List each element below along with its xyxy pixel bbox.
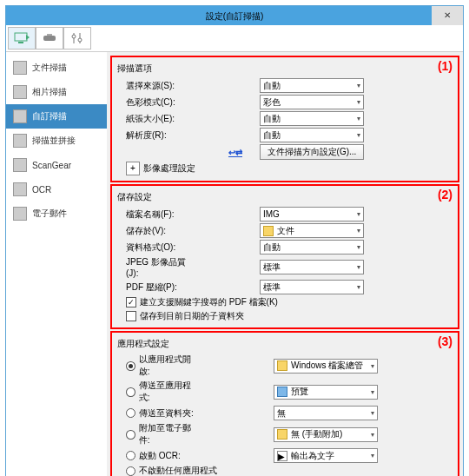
source-label: 選擇來源(S): [117, 80, 182, 92]
expand-image-processing-button[interactable]: + [126, 162, 140, 175]
sidebar-item-label: OCR [32, 185, 51, 195]
sidebar-item-scangear[interactable]: ScanGear [6, 153, 107, 177]
select-value: 無 (手動附加) [291, 428, 342, 440]
color-select[interactable]: 彩色▾ [260, 95, 364, 109]
doc-icon [13, 61, 27, 75]
orientation-settings-button[interactable]: 文件掃描方向設定(G)... [260, 144, 364, 160]
filename-combo[interactable]: IMG▾ [260, 207, 364, 221]
image-processing-label: 影像處理設定 [143, 162, 195, 175]
resolution-select[interactable]: 自動▾ [260, 128, 364, 142]
chevron-down-icon: ▾ [357, 227, 360, 235]
chevron-down-icon: ▾ [371, 388, 374, 396]
pdf-select[interactable]: 標準▾ [260, 280, 364, 294]
sidebar-item-label: 相片掃描 [32, 86, 67, 98]
format-select[interactable]: 自動▾ [260, 240, 364, 255]
main-panel: (1) 掃描選項 選擇來源(S): 自動▾ 色彩模式(C): 彩色▾ 紙張大小(… [107, 52, 463, 476]
select-value: 自動 [263, 241, 281, 254]
tab-scan-from-computer[interactable] [8, 27, 36, 50]
email-icon [13, 207, 27, 221]
attach-email-label: 附加至電子郵件: [139, 422, 201, 446]
region-3-label: (3) [438, 334, 452, 348]
region-app-settings: (3) 應用程式設定 以應用程式開啟: Windows 檔案總管▾ 傳送至應用程… [110, 331, 459, 476]
select-value: 標準 [263, 281, 281, 294]
svg-rect-0 [15, 33, 27, 41]
open-with-app-label: 以應用程式開啟: [139, 354, 201, 378]
scangear-icon [13, 158, 27, 172]
stitch-icon [13, 134, 27, 148]
select-value: 預覽 [291, 386, 308, 398]
custom-icon [13, 109, 27, 123]
start-ocr-select[interactable]: ▶輸出為文字▾ [274, 448, 378, 463]
attach-email-radio[interactable] [126, 430, 135, 440]
savein-select[interactable]: 文件▾ [260, 223, 364, 238]
select-value: 自動 [263, 113, 281, 125]
start-ocr-label: 啟動 OCR: [139, 450, 181, 462]
chevron-down-icon: ▾ [371, 431, 374, 439]
select-value: 彩色 [263, 96, 281, 109]
no-app-label: 不啟動任何應用程式 [139, 465, 217, 476]
paper-label: 紙張大小(E): [117, 113, 182, 125]
scan-options-title: 掃描選項 [117, 63, 452, 75]
paper-select[interactable]: 自動▾ [260, 111, 364, 126]
subfolder-date-checkbox[interactable] [126, 311, 136, 321]
res-label: 解析度(R): [117, 129, 182, 142]
send-to-folder-radio[interactable] [126, 408, 135, 418]
sidebar-item-label: 掃描並拼接 [32, 135, 76, 147]
select-value: 無 [277, 407, 286, 420]
jpeg-label: JPEG 影像品質(J): [117, 256, 195, 278]
sidebar-item-custom[interactable]: 自訂掃描 [6, 104, 107, 129]
orientation-mini-icon: ↩⇄ [228, 148, 242, 157]
sidebar-item-label: 文件掃描 [32, 62, 67, 74]
svg-rect-3 [47, 34, 52, 36]
select-value: 文件 [277, 225, 294, 237]
chevron-down-icon: ▾ [371, 409, 374, 417]
tab-scan-from-panel[interactable] [36, 27, 63, 50]
open-with-app-radio[interactable] [126, 361, 135, 371]
sliders-icon [69, 32, 85, 44]
sidebar-item-label: 自訂掃描 [32, 110, 67, 122]
open-with-app-select[interactable]: Windows 檔案總管▾ [274, 359, 378, 374]
photo-icon [13, 85, 27, 99]
chevron-down-icon: ▾ [357, 131, 360, 139]
send-to-app-select[interactable]: 預覽▾ [274, 385, 378, 400]
select-value: 輸出為文字 [291, 450, 334, 462]
region-scan-options: (1) 掃描選項 選擇來源(S): 自動▾ 色彩模式(C): 彩色▾ 紙張大小(… [110, 56, 459, 182]
window-title: 設定(自訂掃描) [206, 11, 264, 21]
chevron-down-icon: ▾ [357, 283, 360, 291]
select-value: 自動 [263, 129, 281, 142]
titlebar[interactable]: 設定(自訂掃描) ✕ [6, 6, 463, 25]
sidebar-item-document[interactable]: 文件掃描 [6, 56, 107, 80]
color-label: 色彩模式(C): [117, 96, 182, 109]
ocr-icon [13, 182, 27, 196]
sidebar-item-label: ScanGear [32, 161, 71, 170]
filename-label: 檔案名稱(F): [117, 208, 182, 221]
sidebar-item-photo[interactable]: 相片掃描 [6, 80, 107, 104]
sidebar: 文件掃描 相片掃描 自訂掃描 掃描並拼接 ScanGear OCR 電子郵件 [6, 52, 107, 476]
attach-email-select[interactable]: 無 (手動附加)▾ [274, 427, 378, 442]
sidebar-item-label: 電子郵件 [32, 208, 67, 220]
chevron-down-icon: ▾ [371, 362, 374, 370]
sidebar-item-ocr[interactable]: OCR [6, 177, 107, 202]
no-app-radio[interactable] [126, 466, 135, 476]
pdf-keyword-checkbox[interactable]: ✓ [126, 297, 136, 307]
send-to-app-radio[interactable] [126, 387, 135, 397]
sidebar-item-email[interactable]: 電子郵件 [6, 202, 107, 226]
svg-point-7 [78, 38, 82, 42]
select-value: IMG [263, 209, 280, 219]
send-to-folder-select[interactable]: 無▾ [274, 406, 378, 420]
source-select[interactable]: 自動▾ [260, 78, 364, 93]
tab-preferences[interactable] [63, 27, 91, 50]
jpeg-select[interactable]: 標準▾ [260, 260, 364, 274]
play-icon: ▶ [277, 451, 287, 461]
sidebar-item-stitch[interactable]: 掃描並拼接 [6, 129, 107, 153]
select-value: Windows 檔案總管 [291, 360, 363, 372]
savein-label: 儲存於(V): [117, 225, 182, 237]
chevron-down-icon: ▾ [357, 243, 360, 251]
explorer-icon [277, 360, 287, 371]
send-to-app-label: 傳送至應用程式: [139, 380, 201, 404]
window-close-button[interactable]: ✕ [432, 6, 463, 25]
preview-icon [277, 387, 287, 397]
region-1-label: (1) [438, 59, 452, 73]
start-ocr-radio[interactable] [126, 451, 135, 460]
format-label: 資料格式(O): [117, 241, 182, 254]
